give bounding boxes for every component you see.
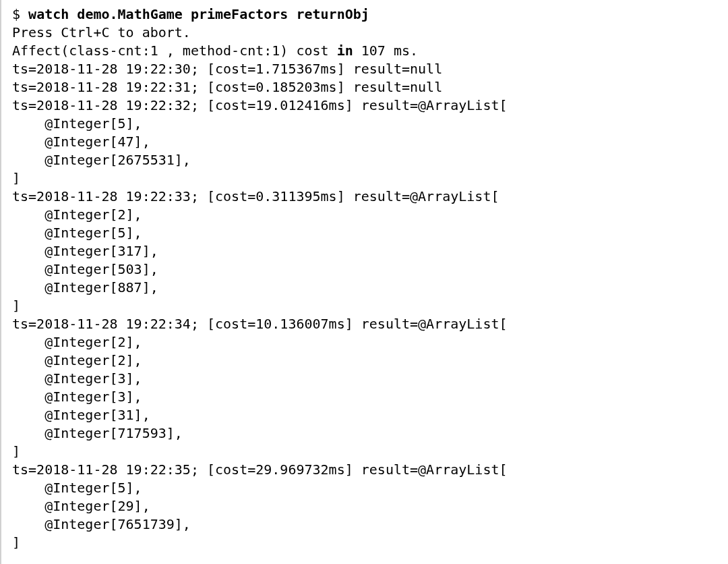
list-item: @Integer[5],	[12, 115, 142, 132]
affect-line: Affect(class-cnt:1 , method-cnt:1) cost …	[12, 43, 418, 59]
command-text: watch demo.MathGame primeFactors returnO…	[28, 6, 369, 22]
result-line: ts=2018-11-28 19:22:31; [cost=0.185203ms…	[12, 79, 442, 95]
list-item: @Integer[503],	[12, 261, 158, 277]
result-line: ts=2018-11-28 19:22:35; [cost=29.969732m…	[12, 461, 508, 478]
list-item: @Integer[7651739],	[12, 516, 191, 532]
list-item: @Integer[29],	[12, 498, 150, 514]
result-line: ts=2018-11-28 19:22:34; [cost=10.136007m…	[12, 316, 508, 332]
list-item: @Integer[2],	[12, 206, 142, 223]
result-line: ts=2018-11-28 19:22:33; [cost=0.311395ms…	[12, 188, 499, 204]
command-line: $ watch demo.MathGame primeFactors retur…	[12, 6, 369, 22]
terminal-output: $ watch demo.MathGame primeFactors retur…	[12, 5, 717, 552]
list-item: @Integer[47],	[12, 134, 150, 150]
list-item: @Integer[5],	[12, 480, 142, 496]
list-item: @Integer[2],	[12, 334, 142, 350]
prompt: $	[12, 6, 28, 22]
list-close: ]	[12, 443, 20, 459]
list-item: @Integer[717593],	[12, 425, 183, 441]
result-line: ts=2018-11-28 19:22:30; [cost=1.715367ms…	[12, 61, 442, 77]
abort-hint: Press Ctrl+C to abort.	[12, 24, 191, 40]
list-item: @Integer[3],	[12, 389, 142, 405]
list-item: @Integer[317],	[12, 243, 158, 259]
list-item: @Integer[2],	[12, 352, 142, 368]
list-close: ]	[12, 170, 20, 186]
list-item: @Integer[31],	[12, 407, 150, 423]
list-item: @Integer[5],	[12, 225, 142, 241]
list-item: @Integer[3],	[12, 370, 142, 387]
list-item: @Integer[887],	[12, 279, 158, 295]
list-close: ]	[12, 298, 20, 314]
list-item: @Integer[2675531],	[12, 152, 191, 168]
list-close: ]	[12, 534, 20, 551]
result-line: ts=2018-11-28 19:22:32; [cost=19.012416m…	[12, 97, 508, 113]
